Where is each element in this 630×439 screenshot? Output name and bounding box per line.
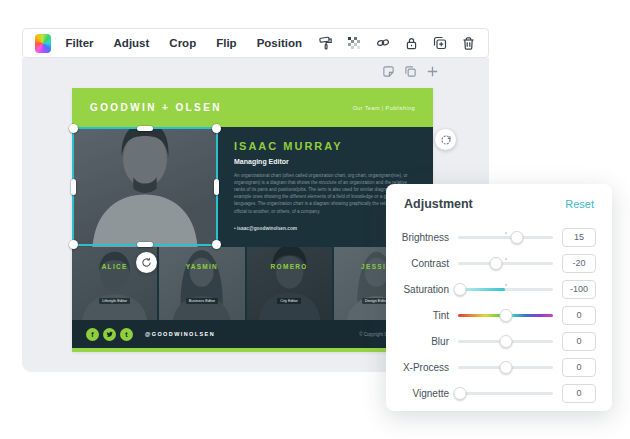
team-photo-yasmin[interactable]: YASMIN Business Editor <box>159 247 244 320</box>
adjustment-panel: Adjustment Reset Brightness 15 Contrast … <box>386 184 612 411</box>
slider-row-xprocess: X-Process 0 <box>400 354 596 380</box>
tab-flip[interactable]: Flip <box>216 37 236 49</box>
slider-handle[interactable] <box>499 309 512 322</box>
tab-crop[interactable]: Crop <box>169 37 196 49</box>
resize-handle-top-left[interactable] <box>69 124 78 133</box>
slider[interactable] <box>458 334 553 348</box>
slider-row-vignette: Vignette 0 <box>400 380 596 406</box>
slider[interactable] <box>458 308 553 322</box>
resize-handle-bottom-left[interactable] <box>69 240 78 249</box>
slider-handle[interactable] <box>499 335 512 348</box>
slider[interactable] <box>458 360 553 374</box>
slider-label: Saturation <box>400 284 458 295</box>
duplicate-page-icon[interactable] <box>404 65 417 78</box>
slider-row-blur: Blur 0 <box>400 328 596 354</box>
design-header[interactable]: GOODWIN + OLSEN Our Team | Publishing <box>72 88 433 127</box>
slider-row-contrast: Contrast -20 <box>400 250 596 276</box>
slider-label: Vignette <box>400 388 458 399</box>
slider-track[interactable] <box>458 288 553 291</box>
team-role: Business Editor <box>186 298 218 304</box>
social-handle-text: @GOODWINOLSEN <box>145 331 215 337</box>
feature-role: Managing Editor <box>234 158 419 165</box>
tab-adjust[interactable]: Adjust <box>114 37 150 49</box>
team-name: ROMERO <box>247 263 332 270</box>
slider-label: Brightness <box>400 232 458 243</box>
slider-handle[interactable] <box>499 361 512 374</box>
team-role: Lifestyle Editor <box>99 298 130 304</box>
duplicate-icon[interactable] <box>432 35 448 51</box>
slider-row-tint: Tint 0 <box>400 302 596 328</box>
footer-accent-bar <box>72 348 433 352</box>
twitter-icon[interactable] <box>103 328 116 341</box>
feature-section: ISAAC MURRAY Managing Editor An organiza… <box>72 127 433 247</box>
note-icon[interactable] <box>382 65 395 78</box>
color-thumbnail-icon[interactable] <box>35 34 51 53</box>
resize-handle-top[interactable] <box>137 126 153 131</box>
paint-roller-icon[interactable] <box>318 35 334 51</box>
photo-overlay <box>72 127 218 247</box>
tumblr-icon[interactable]: t <box>120 328 133 341</box>
team-row: ALICE Lifestyle Editor YASMIN Business E… <box>72 247 433 320</box>
slider-label: Blur <box>400 336 458 347</box>
slider-label: Contrast <box>400 258 458 269</box>
transparency-icon[interactable] <box>347 36 362 51</box>
slider-value-input[interactable]: 0 <box>562 384 596 403</box>
slider-value-input[interactable]: 15 <box>562 228 596 247</box>
add-page-icon[interactable] <box>426 65 439 78</box>
slider-label: X-Process <box>400 362 458 373</box>
feature-name: ISAAC MURRAY <box>234 140 419 152</box>
portrait-photo-isaac[interactable] <box>72 127 218 247</box>
position-button[interactable]: Position <box>257 37 302 49</box>
slider[interactable] <box>458 282 553 296</box>
tab-filter[interactable]: Filter <box>65 37 93 49</box>
resize-handle-right[interactable] <box>214 179 219 195</box>
resize-handle-top-right[interactable] <box>212 124 221 133</box>
feature-paragraph: An organizational chart (often called or… <box>234 172 412 215</box>
team-photo-romero[interactable]: ROMERO City Editor <box>247 247 332 320</box>
slider-track[interactable] <box>458 236 553 239</box>
slider-track[interactable] <box>458 392 553 395</box>
slider-handle[interactable] <box>510 231 523 244</box>
link-icon[interactable] <box>375 35 391 51</box>
slider-value-input[interactable]: 0 <box>562 332 596 351</box>
slider[interactable] <box>458 230 553 244</box>
brand-text: GOODWIN + OLSEN <box>90 102 222 113</box>
slider-handle[interactable] <box>490 257 503 270</box>
slider-handle[interactable] <box>453 387 466 400</box>
slider-list: Brightness 15 Contrast -20 Saturation -1… <box>386 220 612 416</box>
resize-handle-bottom-right[interactable] <box>212 240 221 249</box>
rotate-handle[interactable] <box>136 252 157 273</box>
lock-icon[interactable] <box>404 36 419 51</box>
slider-row-brightness: Brightness 15 <box>400 224 596 250</box>
slider-handle[interactable] <box>453 283 466 296</box>
resize-handle-left[interactable] <box>71 179 76 195</box>
reset-button[interactable]: Reset <box>565 198 594 210</box>
slider-value-input[interactable]: 0 <box>562 358 596 377</box>
slider-label: Tint <box>400 310 458 321</box>
header-nav-text: Our Team | Publishing <box>353 105 415 111</box>
team-name: YASMIN <box>159 263 244 270</box>
slider[interactable] <box>458 386 553 400</box>
facebook-icon[interactable]: f <box>86 328 99 341</box>
slider-value-input[interactable]: -20 <box>562 254 596 273</box>
design-page[interactable]: GOODWIN + OLSEN Our Team | Publishing IS… <box>72 88 433 352</box>
slider-value-input[interactable]: 0 <box>562 306 596 325</box>
resize-handle-bottom[interactable] <box>137 242 153 247</box>
slider[interactable] <box>458 256 553 270</box>
page-actions <box>382 65 439 78</box>
slider-value-input[interactable]: -100 <box>562 280 596 299</box>
trash-icon[interactable] <box>461 36 476 51</box>
design-footer: f t @GOODWINOLSEN © Copyright Goodwin + … <box>72 320 433 348</box>
editor-toolbar: Filter Adjust Crop Flip Position <box>22 28 489 58</box>
team-role: City Editor <box>277 298 301 304</box>
slider-row-saturation: Saturation -100 <box>400 276 596 302</box>
slider-track[interactable] <box>458 262 553 265</box>
panel-title: Adjustment <box>404 197 473 211</box>
refresh-icon[interactable] <box>435 129 456 150</box>
